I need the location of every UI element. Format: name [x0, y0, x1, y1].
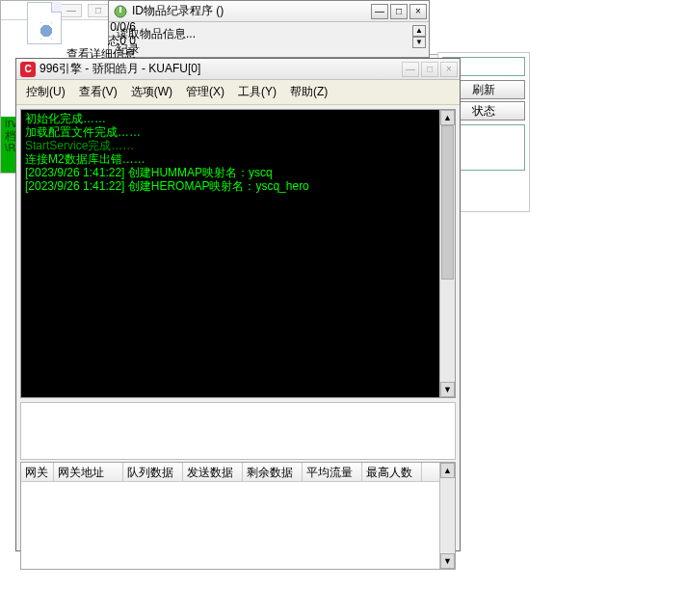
id-item-log-window: ID物品纪录程序 () — □ × 读取物品信息... 纪录 ▲ ▼ — [108, 0, 430, 58]
console-line: 初始化完成…… — [25, 112, 451, 125]
minimize-button[interactable]: — — [402, 62, 419, 77]
menu-help[interactable]: 帮助(Z) — [284, 82, 333, 102]
scroll-down-icon[interactable]: ▼ — [440, 382, 455, 397]
col-send[interactable]: 发送数据 — [183, 463, 243, 481]
scroll-down-icon[interactable]: ▼ — [440, 553, 455, 569]
maximize-button[interactable]: □ — [88, 4, 109, 17]
menu-tools[interactable]: 工具(Y) — [232, 82, 282, 102]
titlebar[interactable]: ID物品纪录程序 () — □ × — [109, 1, 429, 22]
minimize-button[interactable]: — — [371, 4, 388, 19]
menubar: 控制(U) 查看(V) 选项(W) 管理(X) 工具(Y) 帮助(Z) — [16, 80, 460, 105]
menu-view[interactable]: 查看(V) — [73, 82, 123, 102]
scroll-track[interactable] — [440, 478, 455, 553]
scroll-track[interactable] — [440, 125, 455, 382]
console-line: [2023/9/26 1:41:22] 创建HUMMAP映射名：yscq — [25, 166, 451, 179]
table-body — [21, 482, 439, 569]
window-title: 996引擎 - 骄阳皓月 - KUAFU[0] — [40, 61, 398, 77]
log-line: 读取物品信息... — [117, 26, 421, 41]
window-body: 读取物品信息... 纪录 ▲ ▼ — [109, 22, 429, 57]
col-gateway-addr[interactable]: 网关地址 — [54, 463, 123, 481]
app-icon: C — [20, 62, 36, 77]
console-line: StartService完成…… — [25, 139, 451, 152]
log-line: 纪录 — [117, 41, 421, 57]
maximize-button[interactable]: □ — [421, 62, 438, 77]
stats-line: 态0 0 — [20, 34, 136, 47]
col-avg[interactable]: 平均流量 — [303, 463, 362, 481]
counter-text: 0/0/6 — [20, 20, 136, 34]
menu-options[interactable]: 选项(W) — [125, 82, 178, 102]
close-button[interactable]: × — [440, 62, 458, 77]
col-queue[interactable]: 队列数据 — [123, 463, 183, 481]
col-gateway[interactable]: 网关 — [21, 463, 54, 481]
spinner-down-icon[interactable]: ▼ — [412, 37, 426, 48]
console-scrollbar[interactable]: ▲ ▼ — [439, 110, 455, 397]
menu-control[interactable]: 控制(U) — [20, 82, 71, 102]
spinner-up-icon[interactable]: ▲ — [412, 25, 426, 37]
menu-manage[interactable]: 管理(X) — [180, 82, 230, 102]
table-scrollbar[interactable]: ▲ ▼ — [439, 463, 455, 569]
gateway-table: 网关 网关地址 队列数据 发送数据 剩余数据 平均流量 最高人数 ▲ ▼ — [20, 462, 456, 570]
spacer — [3, 153, 14, 171]
spinner[interactable]: ▲ ▼ — [412, 25, 426, 48]
app-icon — [113, 4, 128, 19]
info-panel — [20, 402, 456, 460]
col-remain[interactable]: 剩余数据 — [243, 463, 303, 481]
maximize-button[interactable]: □ — [390, 4, 408, 19]
col-max[interactable]: 最高人数 — [362, 463, 422, 481]
engine-main-window: C 996引擎 - 骄阳皓月 - KUAFU[0] — □ × 控制(U) 查看… — [15, 58, 461, 551]
svg-rect-1 — [119, 7, 121, 13]
table-header: 网关 网关地址 队列数据 发送数据 剩余数据 平均流量 最高人数 — [21, 463, 439, 482]
console-line: 连接M2数据库出错…… — [25, 152, 451, 166]
titlebar[interactable]: C 996引擎 - 骄阳皓月 - KUAFU[0] — □ × — [16, 59, 460, 80]
console-line: [2023/9/26 1:41:22] 创建HEROMAP映射名：yscq_he… — [25, 179, 451, 193]
scroll-up-icon[interactable]: ▲ — [440, 110, 455, 125]
close-button[interactable]: × — [409, 4, 427, 19]
scroll-up-icon[interactable]: ▲ — [440, 463, 455, 478]
console-output: 初始化完成…… 加载配置文件完成…… StartService完成…… 连接M2… — [20, 109, 456, 398]
scroll-thumb[interactable] — [441, 125, 454, 280]
console-line: 加载配置文件完成…… — [25, 125, 451, 139]
window-title: ID物品纪录程序 () — [132, 3, 367, 19]
